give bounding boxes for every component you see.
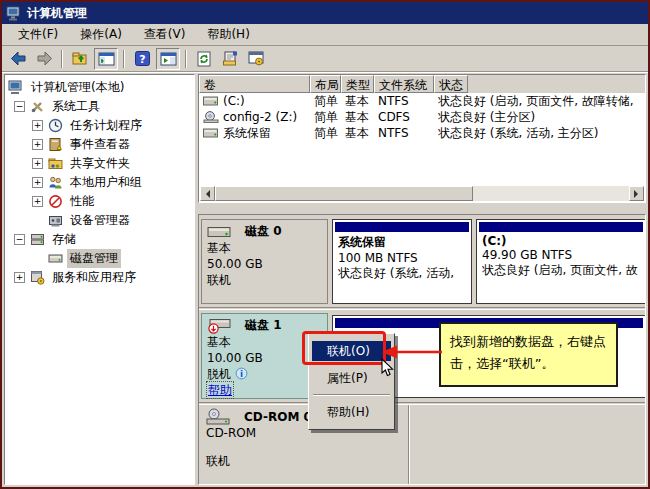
context-menu-item-help[interactable]: 帮助(H) [312, 402, 391, 422]
services-icon [30, 270, 45, 285]
volume-name: 系统保留 [223, 125, 271, 142]
forward-button[interactable] [32, 48, 56, 70]
tools-icon [30, 99, 45, 114]
disk-icon [48, 251, 63, 266]
toolbar-separator [61, 50, 63, 68]
forward-arrow-icon [36, 51, 53, 66]
menu-help[interactable]: 帮助(H) [197, 23, 259, 46]
tree-item-local-users-and-groups[interactable]: + 本地用户和组 [5, 173, 194, 192]
help-icon: ? [135, 51, 150, 66]
computer-icon [6, 6, 22, 21]
volume-row-c[interactable]: (C:) 简单 基本 NTFS 状态良好 (启动, 页面文件, 故障转储, [199, 93, 645, 109]
tree-item-storage[interactable]: − 存储 [5, 230, 194, 249]
column-header-filesystem[interactable]: 文件系统 [374, 75, 434, 93]
callout-line1: 找到新增的数据盘，右键点 [450, 331, 607, 353]
disk-status: 脱机 i [207, 366, 322, 382]
volume-layout: 简单 [310, 109, 341, 126]
tree-item-performance[interactable]: + 性能 [5, 192, 194, 211]
mouse-cursor [380, 358, 396, 378]
volume-filesystem: NTFS [374, 94, 434, 108]
partition-size-fs: 100 MB NTFS [335, 251, 469, 266]
info-icon[interactable]: i [235, 367, 248, 380]
details-area: 卷 布局 类型 文件系统 状态 (C:) 简单 基本 NTFS 状态 [198, 74, 646, 485]
disk-status: 联机 [207, 272, 322, 288]
volume-type: 基本 [341, 93, 374, 110]
tree-label: 计算机管理(本地) [28, 78, 127, 97]
partition-system-reserved[interactable]: 系统保留 100 MB NTFS 状态良好 (系统, 活动, [332, 219, 472, 304]
tree-label: 设备管理器 [67, 211, 133, 230]
properties-button[interactable] [218, 48, 242, 70]
volume-row-config2[interactable]: config-2 (Z:) 简单 基本 CDFS 状态良好 (主分区) [199, 109, 645, 125]
column-header-type[interactable]: 类型 [341, 75, 374, 93]
volume-layout: 简单 [310, 125, 341, 142]
expand-toggle[interactable]: + [14, 272, 25, 283]
offline-disk-icon [207, 318, 231, 334]
console-settings-icon [248, 51, 265, 66]
console-tree-pane: 计算机管理(本地) − 系统工具 + 任务计划程序 + [4, 74, 195, 485]
disk-size: 50.00 GB [207, 256, 322, 272]
help-button[interactable]: ? [130, 48, 154, 70]
users-icon [48, 175, 63, 190]
horizontal-scrollbar[interactable] [200, 186, 644, 201]
column-header-volume[interactable]: 卷 [199, 75, 310, 93]
cdrom-row-divider [408, 405, 410, 484]
up-one-level-button[interactable] [68, 48, 92, 70]
back-arrow-icon [10, 51, 27, 66]
disk-name: CD-ROM 0 [244, 410, 312, 424]
expand-toggle[interactable]: + [32, 177, 43, 188]
scrollbar-thumb[interactable] [215, 186, 473, 201]
expand-toggle[interactable]: + [32, 196, 43, 207]
tree-label: 系统工具 [49, 97, 103, 116]
computer-icon [8, 80, 24, 95]
volume-row-system-reserved[interactable]: 系统保留 简单 基本 NTFS 状态良好 (系统, 活动, 主分区) [199, 125, 645, 141]
menu-action[interactable]: 操作(A) [70, 23, 132, 46]
disk-help-link[interactable]: 帮助 [207, 382, 233, 398]
volume-status: 状态良好 (系统, 活动, 主分区) [434, 125, 645, 142]
menu-file[interactable]: 文件(F) [8, 23, 68, 46]
title-bar[interactable]: 计算机管理 [2, 2, 648, 24]
volume-status: 状态良好 (主分区) [434, 109, 645, 126]
tree-item-disk-management[interactable]: 磁盘管理 [5, 249, 194, 268]
properties-icon [222, 51, 239, 66]
tree-item-services-and-applications[interactable]: + 服务和应用程序 [5, 268, 194, 287]
collapse-toggle[interactable]: − [14, 234, 25, 245]
disk-type: CD-ROM [206, 425, 323, 441]
column-header-status[interactable]: 状态 [434, 75, 468, 93]
partition-name: (C:) [479, 232, 643, 248]
collapse-toggle[interactable]: − [14, 101, 25, 112]
customize-console-button[interactable] [244, 48, 268, 70]
partition-status: 状态良好 (系统, 活动, [335, 266, 469, 281]
toolbar-separator [123, 50, 125, 68]
menu-bar: 文件(F) 操作(A) 查看(V) 帮助(H) [2, 24, 648, 46]
tree-item-computer-management[interactable]: 计算机管理(本地) [5, 78, 194, 97]
expand-toggle[interactable]: + [32, 139, 43, 150]
volume-list-pane: 卷 布局 类型 文件系统 状态 (C:) 简单 基本 NTFS 状态 [198, 74, 646, 203]
scroll-right-button[interactable] [629, 186, 644, 201]
volume-type: 基本 [341, 109, 374, 126]
column-header-layout[interactable]: 布局 [310, 75, 341, 93]
disk0-label-box[interactable]: 磁盘 0 基本 50.00 GB 联机 [201, 219, 328, 304]
tree-item-system-tools[interactable]: − 系统工具 [5, 97, 194, 116]
tree-item-event-viewer[interactable]: + 事件查看器 [5, 135, 194, 154]
expand-toggle[interactable]: + [32, 158, 43, 169]
disk-status: 联机 [206, 453, 323, 469]
tree-item-device-manager[interactable]: 设备管理器 [5, 211, 194, 230]
pane-splitter[interactable] [198, 203, 646, 214]
tree-item-shared-folders[interactable]: + 共享文件夹 [5, 154, 194, 173]
tree-item-task-scheduler[interactable]: + 任务计划程序 [5, 116, 194, 135]
back-button[interactable] [6, 48, 30, 70]
annotation-highlight-rectangle [302, 331, 386, 365]
volume-status: 状态良好 (启动, 页面文件, 故障转储, [434, 93, 645, 110]
event-viewer-icon [48, 137, 63, 152]
menu-view[interactable]: 查看(V) [134, 23, 196, 46]
partition-c[interactable]: (C:) 49.90 GB NTFS 状态良好 (启动, 页面文件, 故 [476, 219, 646, 304]
volume-list-header: 卷 布局 类型 文件系统 状态 [199, 75, 645, 93]
callout-line2: 击，选择“联机”。 [450, 353, 607, 375]
scroll-left-button[interactable] [200, 186, 215, 201]
primary-partition-band [335, 222, 469, 232]
show-action-pane-button[interactable] [156, 48, 180, 70]
refresh-button[interactable] [192, 48, 216, 70]
expand-toggle[interactable]: + [32, 120, 43, 131]
show-console-tree-button[interactable] [94, 48, 118, 70]
annotation-callout: 找到新增的数据盘，右键点 击，选择“联机”。 [439, 322, 618, 387]
